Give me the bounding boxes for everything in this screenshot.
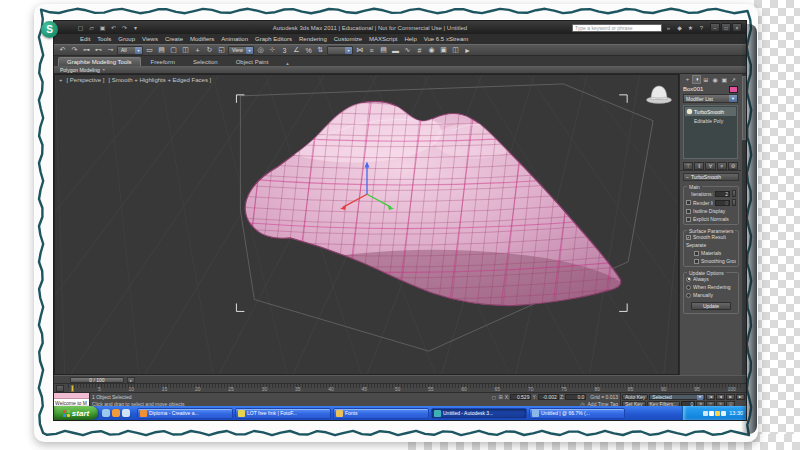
bind-to-space-warp-icon[interactable]: ⊸	[105, 45, 116, 55]
taskbar-task-untitled-autodesk-3[interactable]: Untitled - Autodesk 3...	[431, 408, 527, 419]
taskbar-task-diploma-creative-a[interactable]: Diploma - Creative a...	[137, 408, 233, 419]
iterations-spinner[interactable]	[732, 190, 736, 197]
remove-modifier-button[interactable]: ×	[717, 162, 727, 170]
ribbon-tab-graphite-modeling-tools[interactable]: Graphite Modeling Tools	[58, 57, 141, 66]
menu-maxscript[interactable]: MAXScript	[369, 36, 397, 42]
when-rendering-radio[interactable]	[686, 285, 691, 290]
selection-lock-icon[interactable]: ◻	[491, 394, 497, 400]
perspective-viewport[interactable]: + [ Perspective ] [ Smooth + Highlights …	[54, 74, 679, 375]
undo-icon[interactable]: ↶	[57, 45, 68, 55]
always-radio[interactable]	[686, 277, 691, 282]
render-iters-field[interactable]: 0	[715, 200, 730, 206]
select-and-link-icon[interactable]: ⊶	[81, 45, 92, 55]
menu-edit[interactable]: Edit	[80, 36, 90, 42]
show-end-result-button[interactable]: ‖	[694, 162, 704, 170]
isoline-display-checkbox[interactable]	[686, 209, 691, 214]
new-scene-icon[interactable]: ▢	[76, 23, 85, 32]
go-to-start-button[interactable]: |◀	[706, 394, 715, 400]
start-button[interactable]: start	[54, 406, 98, 420]
update-button[interactable]: Update	[691, 302, 731, 310]
communication-center-icon[interactable]: ◆	[675, 23, 684, 32]
render-iters-spinner[interactable]	[732, 199, 736, 206]
select-object-icon[interactable]: ▭	[144, 45, 155, 55]
select-and-rotate-icon[interactable]: ↻	[204, 45, 215, 55]
quick-launch-ie-icon[interactable]	[102, 409, 110, 417]
undo-icon[interactable]: ↶	[109, 23, 118, 32]
current-frame-marker[interactable]	[71, 385, 74, 392]
use-pivot-center-icon[interactable]: ◎	[255, 45, 266, 55]
menu-rendering[interactable]: Rendering	[299, 36, 327, 42]
menu-animation[interactable]: Animation	[221, 36, 248, 42]
z-coordinate-field[interactable]: 0.0	[565, 394, 586, 400]
tab-motion-icon[interactable]: ◉	[711, 75, 720, 84]
spinner-snap-icon[interactable]: ⇅	[315, 45, 326, 55]
ribbon-panel-polygon-modeling[interactable]: Polygon Modeling ▾	[54, 66, 746, 74]
y-coordinate-field[interactable]: -0.002	[538, 394, 559, 400]
schematic-view-icon[interactable]: #	[414, 45, 425, 55]
window-crossing-icon[interactable]: ◫	[180, 45, 191, 55]
rendered-frame-icon[interactable]: ◫	[450, 45, 461, 55]
pin-stack-button[interactable]: ⊤	[683, 162, 693, 170]
menu-modifiers[interactable]: Modifiers	[190, 36, 214, 42]
tab-hierarchy-icon[interactable]: ⊞	[701, 75, 710, 84]
viewport-canvas[interactable]	[55, 75, 678, 374]
viewport-menu-plus[interactable]: +	[59, 77, 63, 83]
minimize-button[interactable]: –	[710, 23, 720, 32]
material-editor-icon[interactable]: ◉	[426, 45, 437, 55]
menu-create[interactable]: Create	[165, 36, 183, 42]
materials-checkbox[interactable]	[694, 251, 699, 256]
project-dropdown-icon[interactable]: ▾	[131, 23, 140, 32]
menu-views[interactable]: Views	[142, 36, 158, 42]
percent-snap-icon[interactable]: %	[303, 45, 314, 55]
viewport-menu-shading[interactable]: [ Smooth + Highlights + Edged Faces ]	[109, 77, 212, 83]
iterations-field[interactable]: 2	[715, 191, 730, 197]
ribbon-tab-freeform[interactable]: Freeform	[143, 57, 183, 66]
quick-launch-desktop-icon[interactable]	[122, 409, 130, 417]
select-by-name-icon[interactable]: ▤	[156, 45, 167, 55]
play-button[interactable]: ▶	[726, 394, 735, 400]
ribbon-tab-selection[interactable]: Selection	[185, 57, 226, 66]
ribbon-tab-object-paint[interactable]: Object Paint	[228, 57, 277, 66]
track-bar[interactable]: 5101520253035404550556065707580859095100	[54, 383, 746, 392]
named-selection-dropdown[interactable]: ▾	[327, 46, 353, 55]
redo-icon[interactable]: ↷	[69, 45, 80, 55]
modifier-stack-item-turbosmooth[interactable]: TurboSmooth	[685, 107, 736, 116]
open-file-icon[interactable]: ▱	[87, 23, 96, 32]
save-file-icon[interactable]: ▣	[98, 23, 107, 32]
taskbar-task-lot-free-fmk-fotof[interactable]: LOT free fmk | FotoF...	[235, 408, 331, 419]
menu-graph-editors[interactable]: Graph Editors	[255, 36, 292, 42]
favorites-icon[interactable]: ★	[686, 23, 695, 32]
tab-display-icon[interactable]: ▣	[720, 75, 729, 84]
auto-key-button[interactable]: Auto Key	[622, 394, 648, 400]
modifier-stack-item-editable-poly[interactable]: Editable Poly	[685, 116, 736, 125]
search-go-icon[interactable]: »	[664, 23, 673, 32]
menu-help[interactable]: Help	[404, 36, 416, 42]
quick-launch-firefox-icon[interactable]	[112, 409, 120, 417]
select-and-scale-icon[interactable]: ◱	[216, 45, 227, 55]
selection-set-dropdown[interactable]: Selected ▼	[649, 394, 705, 400]
previous-frame-button[interactable]: ◀	[716, 394, 725, 400]
curve-editor-icon[interactable]: ∿	[402, 45, 413, 55]
align-icon[interactable]: ≡	[366, 45, 377, 55]
make-unique-button[interactable]: ∀	[705, 162, 715, 170]
time-slider[interactable]: 0 / 100 ▸	[54, 375, 746, 383]
render-setup-icon[interactable]: ▣	[438, 45, 449, 55]
taskbar-task-fonts[interactable]: Fonts	[333, 408, 429, 419]
rectangular-selection-icon[interactable]: ▢	[168, 45, 179, 55]
graphite-ribbon-icon[interactable]: ▬	[390, 45, 401, 55]
help-icon[interactable]: ?	[697, 23, 706, 32]
unlink-selection-icon[interactable]: ⊷	[93, 45, 104, 55]
redo-icon[interactable]: ↷	[120, 23, 129, 32]
select-and-manipulate-icon[interactable]: ⊹	[267, 45, 278, 55]
select-and-move-icon[interactable]: +	[192, 45, 203, 55]
absolute-mode-icon[interactable]: ⊞	[498, 394, 504, 400]
reference-coordinate-dropdown[interactable]: View▾	[228, 46, 254, 55]
render-iters-checkbox[interactable]	[686, 200, 691, 205]
menu-group[interactable]: Group	[118, 36, 135, 42]
manually-radio[interactable]	[686, 293, 691, 298]
listener-strip[interactable]: Welcome to M	[54, 399, 89, 406]
render-production-icon[interactable]: ►	[462, 45, 473, 55]
x-coordinate-field[interactable]: 0.529	[510, 394, 531, 400]
modifier-enabled-bulb-icon[interactable]	[687, 109, 692, 114]
configure-modifier-sets-button[interactable]: ⚙	[728, 162, 738, 170]
